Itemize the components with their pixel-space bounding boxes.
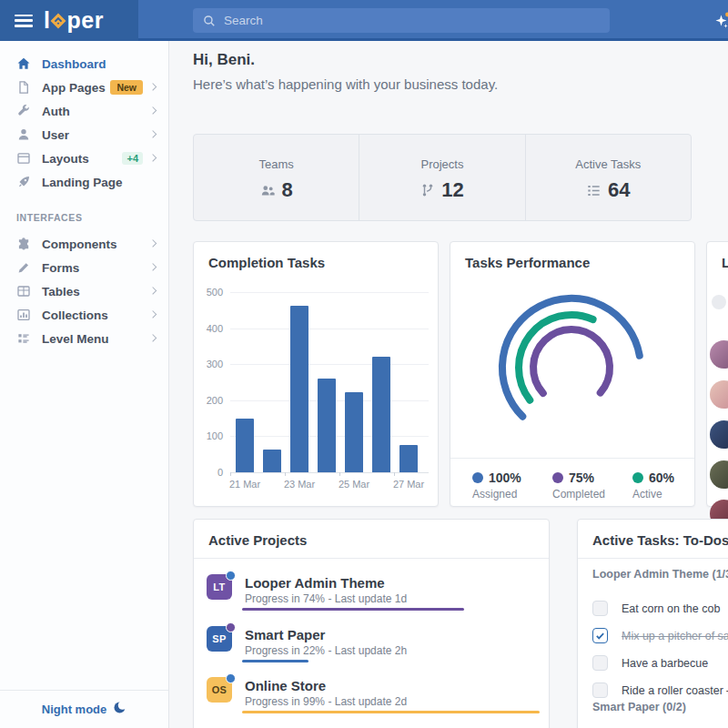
sidebar-interfaces-nav: ComponentsFormsTablesCollectionsLevel Me… [0, 230, 168, 350]
moon-icon [113, 701, 126, 718]
chevron-right-icon [149, 334, 157, 341]
todos-title: Active Tasks: To-Dos [592, 532, 728, 548]
stats-summary: Teams 8Projects 12Active Tasks 64 [193, 134, 692, 221]
table-icon [16, 284, 31, 298]
looper-diamond-icon [51, 13, 66, 28]
todo-label[interactable]: Mix up a pitcher of sangr [622, 630, 728, 642]
project-name: Online Store [245, 678, 326, 693]
stat-value: 12 [441, 178, 463, 202]
x-axis-tick: 27 Mar [386, 479, 431, 490]
tasks-performance-card: Tasks Performance 100% Assigned 75% Comp… [450, 241, 695, 507]
todo-checkbox[interactable] [592, 601, 608, 616]
layout-icon [16, 151, 31, 166]
todo-label[interactable]: Have a barbecue [622, 657, 708, 670]
user-icon [16, 127, 31, 142]
project-progress-bar [242, 660, 308, 662]
app-logo[interactable]: l per [44, 7, 104, 34]
todo-checkbox[interactable] [592, 628, 608, 643]
sidebar-item-label: Dashboard [42, 57, 106, 71]
stat-label: Teams [194, 157, 359, 171]
team-icon [260, 183, 276, 198]
bar [318, 379, 336, 472]
sidebar-item-landing-page[interactable]: Landing Page [0, 170, 168, 194]
sidebar-item-forms[interactable]: Forms [0, 256, 168, 279]
sidebar-badge: New [110, 80, 143, 95]
leaderboard-title: Le [722, 255, 728, 270]
bar-chart-icon [16, 308, 31, 322]
page-greeting: Hi, Beni. [193, 51, 255, 69]
sidebar-main-nav: DashboardApp PagesNewAuthUserLayouts+4La… [0, 41, 168, 194]
sidebar-item-dashboard[interactable]: Dashboard [0, 52, 168, 76]
todo-label[interactable]: Ride a roller coaster — o [622, 684, 728, 697]
night-mode-toggle[interactable]: Night mode [0, 690, 168, 728]
sidebar-item-label: Forms [42, 261, 79, 275]
legend-item-active: 60% Active [632, 470, 674, 500]
project-badge-icon [226, 622, 236, 632]
avatar[interactable] [710, 420, 728, 449]
stat-projects: Projects 12 [359, 135, 525, 220]
y-axis-tick: 100 [196, 430, 223, 441]
legend-percent: 75% [569, 470, 594, 485]
todo-group-label: Smart Paper (0/2) [592, 701, 686, 713]
bar [263, 450, 281, 472]
avatar[interactable] [710, 380, 728, 409]
search-box[interactable] [193, 8, 610, 33]
sidebar-item-auth[interactable]: Auth [0, 99, 168, 123]
chevron-right-icon [149, 130, 157, 137]
sidebar-item-label: Tables [42, 285, 80, 298]
app-window: l per DashboardApp PagesNewAuthUserLayou… [0, 0, 728, 728]
project-meta: Progress in 74% - Last update 1d [245, 592, 407, 605]
project-progress-bar [242, 608, 464, 611]
level-menu-icon [16, 331, 31, 346]
sidebar: DashboardApp PagesNewAuthUserLayouts+4La… [0, 41, 169, 728]
home-icon [16, 56, 31, 71]
avatar[interactable] [710, 340, 728, 369]
page-subtitle: Here’s what’s happening with your busine… [193, 76, 498, 92]
project-name: Looper Admin Theme [245, 575, 385, 591]
pencil-icon [16, 260, 31, 275]
hamburger-icon[interactable] [15, 15, 33, 27]
stat-teams: Teams 8 [194, 135, 359, 220]
chevron-right-icon [149, 310, 157, 318]
project-progress-bar [242, 711, 540, 713]
sidebar-item-tables[interactable]: Tables [0, 279, 168, 303]
project-badge-icon [226, 673, 236, 683]
active-projects-title: Active Projects [208, 532, 307, 548]
bar [372, 357, 390, 472]
y-axis-tick: 200 [196, 395, 223, 406]
sidebar-item-label: Level Menu [42, 332, 109, 346]
chevron-right-icon [149, 287, 157, 294]
top-navbar [138, 0, 728, 41]
stat-value: 64 [608, 178, 630, 202]
project-tile-os: OS [207, 677, 232, 703]
sidebar-item-label: User [42, 128, 69, 142]
sidebar-item-components[interactable]: Components [0, 232, 168, 256]
sidebar-item-layouts[interactable]: Layouts+4 [0, 147, 168, 170]
search-input[interactable] [224, 14, 570, 27]
sparkle-icon[interactable] [712, 10, 728, 32]
todo-label[interactable]: Eat corn on the cob [622, 602, 720, 615]
sidebar-badge: +4 [122, 152, 143, 165]
sidebar-item-level-menu[interactable]: Level Menu [0, 327, 168, 350]
chevron-right-icon [149, 239, 157, 247]
stat-value: 8 [282, 178, 293, 202]
x-axis-tick: 21 Mar [222, 479, 268, 490]
logo-text-post: per [66, 7, 103, 34]
y-axis-tick: 0 [196, 467, 223, 478]
sidebar-item-user[interactable]: User [0, 123, 168, 147]
sidebar-item-collections[interactable]: Collections [0, 303, 168, 327]
puzzle-icon [16, 237, 31, 251]
chevron-right-icon [149, 83, 157, 90]
chevron-right-icon [149, 263, 157, 270]
avatar[interactable] [710, 460, 728, 489]
sidebar-item-label: Layouts [42, 152, 89, 166]
sidebar-item-app-pages[interactable]: App PagesNew [0, 76, 168, 99]
leaderboard-action-button[interactable] [712, 295, 726, 309]
project-tile-lt: LT [207, 574, 232, 600]
legend-label: Completed [552, 488, 605, 500]
project-tile-sp: SP [207, 626, 232, 652]
project-name: Smart Paper [245, 627, 325, 642]
todo-checkbox[interactable] [592, 655, 608, 671]
chevron-right-icon [149, 106, 157, 114]
todo-checkbox[interactable] [592, 682, 608, 698]
